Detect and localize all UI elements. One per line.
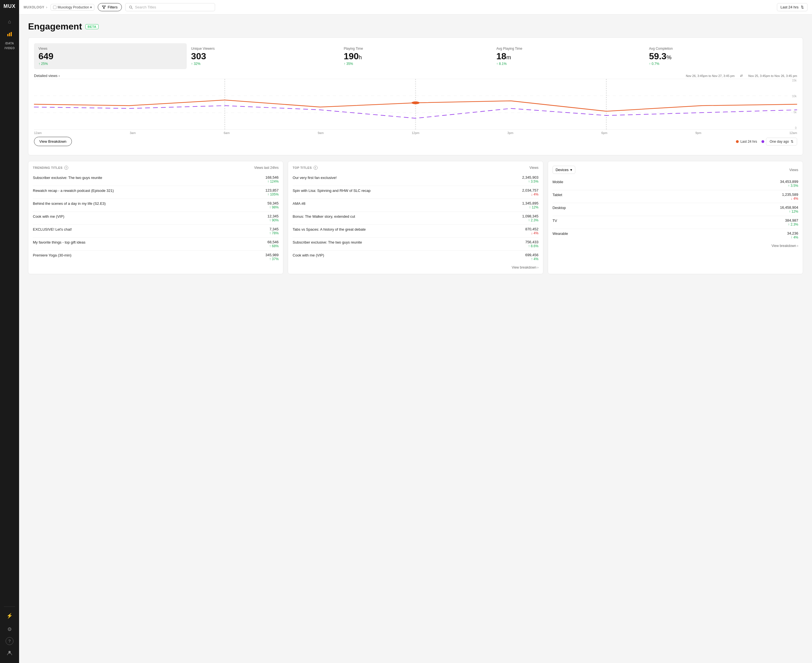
trending-value: 168,546: [265, 175, 279, 179]
top-value: 699,456: [525, 253, 539, 257]
trending-value-right: 345,989 ↑ 37%: [265, 253, 279, 261]
trending-title: Cook with me (VIP): [33, 214, 268, 219]
page-title: Engagement: [28, 21, 82, 32]
top-value: 1,098,345: [522, 214, 539, 218]
trending-value-right: 59,345 ↑ 98%: [268, 201, 279, 209]
search-box[interactable]: Search Titles: [125, 3, 215, 11]
trending-change: ↑ 124%: [265, 179, 279, 183]
sidebar-label-video[interactable]: /VIDEO: [5, 47, 15, 50]
top-value: 2,034,757: [522, 188, 539, 192]
metric-views: Views 649 ↑ 25%: [34, 43, 187, 69]
top-value: 870,452: [525, 227, 539, 231]
top-value-right: 756,433 ↑ 8.6%: [525, 240, 539, 248]
device-value-right: 16,458,904 ↑ 12%: [780, 205, 798, 213]
metric-value: 190h: [344, 52, 488, 61]
trending-col-label: Views last 24hrs: [254, 166, 279, 170]
chart-date-previous: Nov 25, 3:45pm to Nov 26, 3:45 pm: [748, 74, 797, 78]
legend-previous-dot: [762, 140, 764, 143]
top-titles-footer[interactable]: View breakdown ›: [292, 263, 538, 269]
devices-dropdown[interactable]: Devices ▾: [552, 166, 575, 174]
trending-value: 59,345: [268, 201, 279, 205]
sidebar-item-analytics[interactable]: [4, 28, 15, 40]
top-title: Our very first fan exclusive!: [292, 175, 522, 180]
trending-change: ↑ 90%: [268, 218, 279, 222]
top-value-right: 1,345,895 ↑ 12%: [522, 201, 539, 209]
top-titles-info-icon[interactable]: i: [314, 166, 318, 170]
device-value-right: 34,236 ↑ 4%: [787, 231, 798, 239]
device-value: 34,453,899: [780, 179, 798, 184]
trending-change: ↑ 78%: [269, 231, 279, 235]
chart-legend: Last 24 hrs One day ago ⇅: [736, 137, 797, 146]
trending-value: 345,989: [265, 253, 279, 257]
trending-change: ↑ 98%: [268, 205, 279, 209]
top-titles-header: TOP TITLES i Views: [292, 166, 538, 170]
devices-footer[interactable]: View breakdown ›: [552, 242, 798, 248]
env-dropdown[interactable]: Muxology Production ▾: [50, 4, 94, 11]
device-title: Tablet: [552, 192, 782, 197]
top-change: ↑ 12%: [522, 205, 539, 209]
chevron-updown-icon: ⇅: [801, 5, 804, 9]
device-change: ↑ 12%: [780, 210, 798, 213]
time-range-selector[interactable]: Last 24 hrs ⇅: [777, 3, 807, 11]
sidebar-item-home[interactable]: ⌂: [4, 16, 15, 27]
trending-value-right: 68,546 ↑ 68%: [268, 240, 279, 248]
chart-dot: [412, 102, 420, 104]
list-item: Bonus: The Walker story, extended cut 1,…: [292, 212, 538, 225]
x-label: 3am: [130, 131, 136, 134]
chart-svg: [34, 79, 797, 129]
list-item: Wearable 34,236 ↑ 4%: [552, 229, 798, 242]
trending-title-label: TRENDING TITLES: [33, 166, 63, 170]
chevron-down-icon: ▾: [90, 5, 92, 9]
trending-value-right: 123,857 ↑ 105%: [265, 188, 279, 196]
top-title: Tabs vs Spaces: A history of the great d…: [292, 227, 525, 232]
top-title: AMA #8: [292, 201, 522, 206]
metric-value: 59.3%: [649, 52, 793, 61]
svg-rect-0: [7, 34, 8, 36]
trending-change: ↑ 37%: [265, 257, 279, 261]
device-value: 16,458,904: [780, 205, 798, 210]
device-value-right: 384,987 ↑ 2.3%: [785, 218, 798, 226]
trending-value: 12,345: [268, 214, 279, 218]
sidebar-item-lightning[interactable]: ⚡: [4, 610, 15, 621]
sidebar-item-help[interactable]: ?: [6, 637, 13, 645]
filter-button[interactable]: Filters: [98, 3, 121, 11]
sidebar-label-data[interactable]: /DATA: [5, 42, 14, 45]
top-change: ↑ 8.6%: [525, 244, 539, 248]
main-content: MUXOLOGY › Muxology Production ▾ Filters…: [19, 0, 812, 663]
svg-rect-1: [9, 33, 10, 36]
chart-footer: View Breakdown Last 24 hrs One day ago ⇅: [34, 137, 797, 146]
svg-rect-2: [11, 32, 12, 36]
chart-x-labels: 12am3am6am9am12pm3pm6pm9pm12am: [34, 131, 797, 134]
sidebar-item-user[interactable]: [4, 647, 15, 658]
time-ago-select[interactable]: One day ago ⇅: [766, 137, 797, 146]
legend-current-label: Last 24 hrs: [740, 140, 757, 144]
top-value: 2,345,903: [522, 175, 539, 179]
top-change: ↑ 4%: [525, 257, 539, 261]
time-range-label: Last 24 hrs: [781, 5, 799, 9]
page-title-row: Engagement BETA: [28, 21, 803, 32]
trending-value: 123,857: [265, 188, 279, 192]
detailed-views-link[interactable]: Detailed views ›: [34, 74, 60, 78]
devices-list: Mobile 34,453,899 ↑ 3.5% Tablet 1,235,58…: [552, 177, 798, 242]
trending-info-icon[interactable]: i: [64, 166, 68, 170]
checkbox-icon: [53, 6, 57, 9]
previous-line: [34, 106, 797, 118]
top-title: Bonus: The Walker story, extended cut: [292, 214, 522, 219]
metric-label: Avg Completion: [649, 47, 793, 50]
chart-area: Detailed views › Nov 26, 3:45pm to Nov 2…: [34, 74, 797, 146]
chart-compare-icon: ⇄: [740, 74, 743, 78]
chevron-down-icon-devices: ▾: [570, 168, 572, 172]
y-label-15k: 15k: [792, 79, 797, 82]
top-value-right: 2,034,757 ↓ 4%: [522, 188, 539, 196]
x-label: 12pm: [412, 131, 420, 134]
view-breakdown-button[interactable]: View Breakdown: [34, 137, 72, 146]
device-change: ↑ 2.3%: [785, 223, 798, 226]
device-title: TV: [552, 218, 785, 223]
trending-title: My favorite things - top gift ideas: [33, 240, 268, 245]
trending-title: Behind the scenes of a day in my life (S…: [33, 201, 268, 206]
sidebar-item-settings[interactable]: ⚙: [4, 624, 15, 635]
bottom-panels: TRENDING TITLES i Views last 24hrs Subsc…: [28, 161, 803, 274]
chart-wrapper: 15k 10k 5k 0: [34, 79, 797, 134]
trending-titles-header: TRENDING TITLES i Views last 24hrs: [33, 166, 279, 170]
list-item: Spin with Lisa: Spinning and RHW of SLC …: [292, 186, 538, 199]
